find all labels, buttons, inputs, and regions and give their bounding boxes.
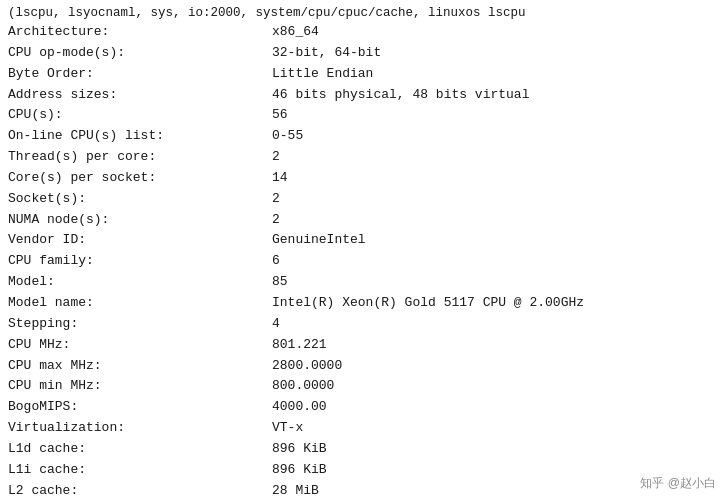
row-label: Thread(s) per core: xyxy=(8,147,268,168)
header-line: (lscpu, lsyocnaml, sys, io:2000, system/… xyxy=(8,6,718,20)
table-row: L1i cache:896 KiB xyxy=(8,460,718,481)
row-label: CPU(s): xyxy=(8,105,268,126)
row-value: VT-x xyxy=(268,418,718,439)
row-value: 0-55 xyxy=(268,126,718,147)
row-value: 46 bits physical, 48 bits virtual xyxy=(268,85,718,106)
row-value: 85 xyxy=(268,272,718,293)
row-value: 896 KiB xyxy=(268,439,718,460)
row-label: Core(s) per socket: xyxy=(8,168,268,189)
table-row: Model name:Intel(R) Xeon(R) Gold 5117 CP… xyxy=(8,293,718,314)
row-label: L1i cache: xyxy=(8,460,268,481)
row-value: 56 xyxy=(268,105,718,126)
row-value: Intel(R) Xeon(R) Gold 5117 CPU @ 2.00GHz xyxy=(268,293,718,314)
row-label: Byte Order: xyxy=(8,64,268,85)
row-value: 32-bit, 64-bit xyxy=(268,43,718,64)
row-value: Little Endian xyxy=(268,64,718,85)
row-value: 14 xyxy=(268,168,718,189)
row-label: CPU max MHz: xyxy=(8,356,268,377)
table-row: On-line CPU(s) list:0-55 xyxy=(8,126,718,147)
table-row: Socket(s):2 xyxy=(8,189,718,210)
table-row: Address sizes:46 bits physical, 48 bits … xyxy=(8,85,718,106)
row-label: CPU MHz: xyxy=(8,335,268,356)
row-label: CPU op-mode(s): xyxy=(8,43,268,64)
row-label: L2 cache: xyxy=(8,481,268,500)
table-row: CPU min MHz:800.0000 xyxy=(8,376,718,397)
row-label: Architecture: xyxy=(8,22,268,43)
row-label: Address sizes: xyxy=(8,85,268,106)
row-value: 801.221 xyxy=(268,335,718,356)
row-value: 4 xyxy=(268,314,718,335)
table-row: BogoMIPS:4000.00 xyxy=(8,397,718,418)
terminal-container: (lscpu, lsyocnaml, sys, io:2000, system/… xyxy=(0,0,726,500)
row-label: Model: xyxy=(8,272,268,293)
row-label: On-line CPU(s) list: xyxy=(8,126,268,147)
row-value: 800.0000 xyxy=(268,376,718,397)
table-row: Virtualization:VT-x xyxy=(8,418,718,439)
row-value: x86_64 xyxy=(268,22,718,43)
row-label: NUMA node(s): xyxy=(8,210,268,231)
row-label: Socket(s): xyxy=(8,189,268,210)
row-value: 2 xyxy=(268,189,718,210)
cpu-info-table: Architecture:x86_64CPU op-mode(s):32-bit… xyxy=(8,22,718,500)
row-value: 4000.00 xyxy=(268,397,718,418)
row-label: CPU min MHz: xyxy=(8,376,268,397)
table-row: Stepping:4 xyxy=(8,314,718,335)
row-label: Vendor ID: xyxy=(8,230,268,251)
table-row: Vendor ID:GenuineIntel xyxy=(8,230,718,251)
row-label: Stepping: xyxy=(8,314,268,335)
table-row: Byte Order:Little Endian xyxy=(8,64,718,85)
row-value: 6 xyxy=(268,251,718,272)
table-row: L1d cache:896 KiB xyxy=(8,439,718,460)
watermark: 知乎 @赵小白 xyxy=(640,475,716,492)
row-value: 2 xyxy=(268,147,718,168)
table-row: CPU(s):56 xyxy=(8,105,718,126)
row-value: 2 xyxy=(268,210,718,231)
table-row: Architecture:x86_64 xyxy=(8,22,718,43)
row-label: Virtualization: xyxy=(8,418,268,439)
row-value: GenuineIntel xyxy=(268,230,718,251)
row-value: 2800.0000 xyxy=(268,356,718,377)
row-label: Model name: xyxy=(8,293,268,314)
table-row: CPU max MHz:2800.0000 xyxy=(8,356,718,377)
table-row: Thread(s) per core:2 xyxy=(8,147,718,168)
table-row: CPU op-mode(s):32-bit, 64-bit xyxy=(8,43,718,64)
row-label: L1d cache: xyxy=(8,439,268,460)
table-row: CPU family:6 xyxy=(8,251,718,272)
row-label: CPU family: xyxy=(8,251,268,272)
table-row: CPU MHz:801.221 xyxy=(8,335,718,356)
table-row: NUMA node(s):2 xyxy=(8,210,718,231)
table-row: Model:85 xyxy=(8,272,718,293)
row-label: BogoMIPS: xyxy=(8,397,268,418)
table-row: L2 cache:28 MiB xyxy=(8,481,718,500)
table-row: Core(s) per socket:14 xyxy=(8,168,718,189)
